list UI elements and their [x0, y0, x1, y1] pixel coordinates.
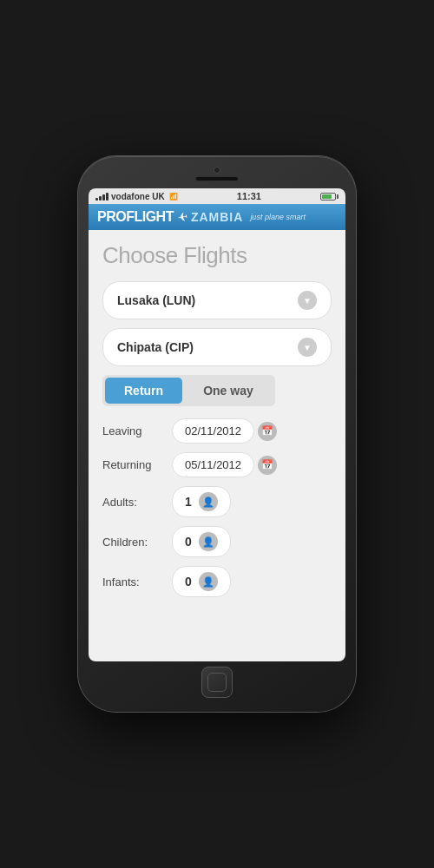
adults-label: Adults:: [102, 496, 172, 509]
bar1: [95, 198, 98, 201]
children-person-icon: 👤: [199, 532, 218, 551]
bar4: [106, 193, 108, 201]
origin-dropdown[interactable]: Lusaka (LUN) ▼: [102, 281, 332, 319]
infants-label: Infants:: [102, 575, 172, 589]
destination-label: Chipata (CIP): [117, 340, 194, 354]
children-count: 0: [185, 535, 192, 549]
bar3: [102, 194, 105, 201]
children-row: Children: 0 👤: [102, 526, 332, 557]
one-way-button[interactable]: One way: [184, 378, 273, 404]
adults-counter[interactable]: 1 👤: [172, 486, 231, 517]
leaving-date-field[interactable]: 02/11/2012: [172, 418, 254, 444]
phone-top: [89, 167, 345, 188]
infants-person-icon: 👤: [199, 572, 218, 591]
status-bar: vodafone UK 📶 11:31: [89, 188, 345, 204]
phone-bottom: [201, 661, 233, 701]
origin-arrow-icon: ▼: [298, 291, 317, 310]
clock: 11:31: [237, 191, 261, 201]
camera: [214, 167, 220, 174]
tagline: just plane smart: [250, 213, 306, 221]
zambia-text: ZAMBIA: [191, 210, 243, 224]
infants-row: Infants: 0 👤: [102, 566, 332, 597]
adults-count: 1: [185, 495, 192, 509]
status-left: vodafone UK 📶: [95, 192, 178, 201]
phone-device: vodafone UK 📶 11:31 PROFLIGHT ✈ ZAMBIA j…: [78, 156, 356, 712]
plane-icon: ✈: [176, 209, 189, 225]
speaker: [195, 176, 239, 181]
destination-dropdown[interactable]: Chipata (CIP) ▼: [102, 328, 332, 366]
page-title: Choose Flights: [102, 242, 332, 269]
home-button-inner: [207, 673, 227, 692]
carrier-label: vodafone UK: [111, 192, 165, 201]
leaving-row: Leaving 02/11/2012 📅: [102, 418, 332, 444]
app-header: PROFLIGHT ✈ ZAMBIA just plane smart: [89, 204, 345, 230]
returning-calendar-icon[interactable]: 📅: [258, 456, 277, 475]
children-counter[interactable]: 0 👤: [172, 526, 231, 557]
return-button[interactable]: Return: [105, 378, 182, 404]
trip-type-toggle: Return One way: [102, 375, 275, 406]
adults-row: Adults: 1 👤: [102, 486, 332, 517]
leaving-label: Leaving: [102, 424, 172, 437]
status-right: [320, 193, 339, 201]
returning-label: Returning: [102, 458, 172, 471]
adults-person-icon: 👤: [199, 492, 218, 511]
leaving-calendar-icon[interactable]: 📅: [258, 422, 277, 441]
infants-count: 0: [185, 575, 192, 589]
logo-text: PROFLIGHT: [97, 209, 174, 225]
destination-arrow-icon: ▼: [298, 338, 317, 357]
wifi-icon: 📶: [169, 193, 178, 201]
leaving-date-value: 02/11/2012: [185, 424, 241, 437]
battery-icon: [320, 193, 339, 201]
screen: vodafone UK 📶 11:31 PROFLIGHT ✈ ZAMBIA j…: [89, 188, 345, 661]
returning-date-field[interactable]: 05/11/2012: [172, 452, 254, 477]
home-button[interactable]: [201, 667, 233, 698]
origin-label: Lusaka (LUN): [117, 293, 195, 307]
main-content: Choose Flights Lusaka (LUN) ▼ Chipata (C…: [89, 230, 345, 661]
returning-row: Returning 05/11/2012 📅: [102, 452, 332, 477]
infants-counter[interactable]: 0 👤: [172, 566, 231, 597]
returning-date-value: 05/11/2012: [185, 458, 241, 471]
children-label: Children:: [102, 536, 172, 549]
bar2: [99, 196, 102, 201]
signal-icon: [95, 192, 108, 201]
